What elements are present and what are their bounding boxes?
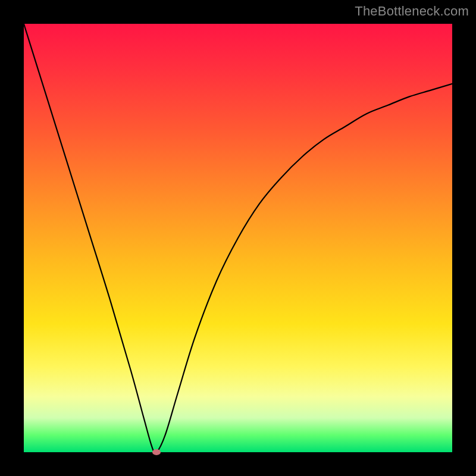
watermark-text: TheBottleneck.com bbox=[355, 4, 469, 19]
bottleneck-curve bbox=[24, 24, 452, 452]
optimum-marker bbox=[152, 449, 161, 455]
chart-frame: TheBottleneck.com bbox=[0, 0, 476, 476]
plot-area bbox=[24, 24, 452, 452]
